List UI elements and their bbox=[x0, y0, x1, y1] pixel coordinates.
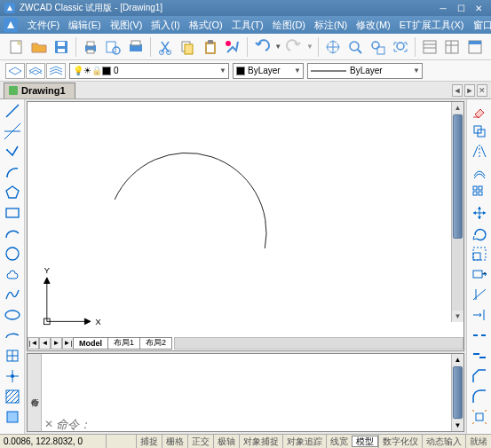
sheet-tab-model[interactable]: Model bbox=[73, 337, 108, 350]
revcloud-button[interactable] bbox=[2, 264, 23, 284]
region-button[interactable] bbox=[2, 407, 23, 427]
layer-name: 0 bbox=[114, 66, 119, 75]
ellipse-button[interactable] bbox=[2, 305, 23, 325]
preview-button[interactable] bbox=[102, 35, 123, 59]
canvas-vscrollbar[interactable]: ▲ ▼ bbox=[451, 102, 463, 322]
menu-et[interactable]: ET扩展工具(X) bbox=[395, 19, 469, 32]
tab-close-button[interactable]: ✕ bbox=[477, 84, 487, 97]
redo-dropdown[interactable]: ▼ bbox=[305, 35, 313, 59]
sheet-tab-nav[interactable]: |◄◄►►| bbox=[28, 337, 74, 350]
polyline-button[interactable] bbox=[2, 142, 23, 161]
status-toggle-7[interactable]: 模型 bbox=[352, 436, 378, 447]
drawing-canvas[interactable]: X Y ▲ ▼ bbox=[28, 102, 463, 336]
block-button[interactable] bbox=[2, 346, 23, 365]
xline-button[interactable] bbox=[2, 122, 23, 141]
plot-button[interactable] bbox=[125, 35, 147, 59]
stretch-button[interactable] bbox=[469, 264, 490, 284]
trim-button[interactable] bbox=[469, 285, 490, 304]
arc3p-button[interactable] bbox=[2, 224, 23, 243]
ellipsearc-button[interactable] bbox=[2, 326, 23, 345]
menu-window[interactable]: 窗口(W) bbox=[469, 19, 491, 32]
menu-file[interactable]: 文件(F) bbox=[23, 19, 64, 32]
point-button[interactable] bbox=[2, 366, 23, 386]
rotate-button[interactable] bbox=[469, 224, 490, 243]
menu-view[interactable]: 视图(V) bbox=[106, 19, 147, 32]
status-toggle-6[interactable]: 线宽 bbox=[326, 435, 352, 448]
redo-button[interactable] bbox=[283, 35, 305, 59]
new-button[interactable] bbox=[5, 35, 27, 59]
status-toggle-10[interactable]: 就绪 bbox=[465, 435, 491, 448]
print-button[interactable] bbox=[80, 35, 101, 59]
copy-button[interactable] bbox=[177, 35, 198, 59]
status-toggle-5[interactable]: 对象追踪 bbox=[282, 435, 326, 448]
paste-button[interactable] bbox=[200, 35, 221, 59]
doc-tab-drawing1[interactable]: Drawing1 bbox=[4, 83, 75, 98]
status-toggle-1[interactable]: 栅格 bbox=[162, 435, 187, 448]
zoom-window-button[interactable] bbox=[367, 35, 388, 59]
match-button[interactable] bbox=[222, 35, 243, 59]
move-button[interactable] bbox=[469, 203, 490, 223]
status-toggle-2[interactable]: 正交 bbox=[187, 435, 213, 448]
tab-prev-button[interactable]: ◄ bbox=[452, 84, 463, 97]
status-toggle-4[interactable]: 对象捕捉 bbox=[239, 435, 282, 448]
maximize-button[interactable]: ☐ bbox=[452, 2, 470, 14]
command-window[interactable]: 命令行 ▲▼ ✕ bbox=[27, 353, 464, 432]
break-button[interactable] bbox=[469, 326, 490, 345]
minimize-button[interactable]: ─ bbox=[434, 2, 452, 14]
join-button[interactable] bbox=[469, 346, 490, 365]
sheet-tab-layout2[interactable]: 布局2 bbox=[139, 337, 172, 350]
cut-button[interactable] bbox=[154, 35, 176, 59]
polygon-button[interactable] bbox=[2, 183, 23, 202]
spline-button[interactable] bbox=[2, 285, 23, 304]
menu-draw[interactable]: 绘图(D) bbox=[268, 19, 310, 32]
save-button[interactable] bbox=[51, 35, 72, 59]
properties-button[interactable] bbox=[419, 35, 440, 59]
hatch-button[interactable] bbox=[2, 387, 23, 406]
zoom-button[interactable] bbox=[344, 35, 366, 59]
erase-button[interactable] bbox=[469, 101, 490, 121]
arc-button[interactable] bbox=[2, 162, 23, 182]
offset-button[interactable] bbox=[469, 162, 490, 182]
menu-dim[interactable]: 标注(N) bbox=[310, 19, 352, 32]
layer-prev-button[interactable] bbox=[26, 63, 45, 79]
layer-manager-button[interactable] bbox=[5, 63, 25, 79]
rectangle-button[interactable] bbox=[2, 203, 23, 223]
layer-combo[interactable]: 💡 ☀ 🔒 0 ▼ bbox=[69, 63, 229, 79]
menu-edit[interactable]: 编辑(E) bbox=[64, 19, 106, 32]
line-button[interactable] bbox=[2, 101, 23, 121]
extend-button[interactable] bbox=[469, 305, 490, 325]
explode-button[interactable] bbox=[469, 407, 490, 427]
pan-button[interactable] bbox=[322, 35, 344, 59]
layer-state-button[interactable] bbox=[46, 63, 66, 79]
open-button[interactable] bbox=[28, 35, 49, 59]
scale-button[interactable] bbox=[469, 244, 490, 263]
menu-modify[interactable]: 修改(M) bbox=[352, 19, 395, 32]
status-toggle-8[interactable]: 数字化仪 bbox=[378, 435, 422, 448]
undo-dropdown[interactable]: ▼ bbox=[274, 35, 282, 59]
copy2-button[interactable] bbox=[469, 122, 490, 141]
status-toggle-0[interactable]: 捕捉 bbox=[136, 435, 162, 448]
palette-button[interactable] bbox=[464, 35, 486, 59]
menu-format[interactable]: 格式(O) bbox=[185, 19, 227, 32]
menu-insert[interactable]: 插入(I) bbox=[147, 19, 184, 32]
menu-tools[interactable]: 工具(T) bbox=[227, 19, 268, 32]
zoom-all-button[interactable] bbox=[390, 35, 411, 59]
status-toggle-3[interactable]: 极轴 bbox=[213, 435, 239, 448]
mirror-button[interactable] bbox=[469, 142, 490, 161]
linetype-combo[interactable]: ByLayer ▼ bbox=[307, 63, 423, 79]
undo-button[interactable] bbox=[251, 35, 273, 59]
color-combo[interactable]: ByLayer ▼ bbox=[233, 63, 304, 79]
status-toggle-9[interactable]: 动态输入 bbox=[422, 435, 465, 448]
array-button[interactable] bbox=[469, 183, 490, 202]
app-menu-icon[interactable] bbox=[4, 18, 18, 32]
command-input[interactable] bbox=[56, 418, 451, 431]
close-button[interactable]: ✕ bbox=[470, 2, 487, 14]
chamfer-button[interactable] bbox=[469, 366, 490, 386]
sheet-tab-layout1[interactable]: 布局1 bbox=[107, 337, 140, 350]
circle-button[interactable] bbox=[2, 244, 23, 263]
layers-button[interactable] bbox=[441, 35, 463, 59]
command-vscrollbar[interactable]: ▲▼ bbox=[451, 354, 463, 431]
tab-next-button[interactable]: ► bbox=[464, 84, 475, 97]
fillet-button[interactable] bbox=[469, 387, 490, 406]
canvas-hscrollbar[interactable] bbox=[174, 337, 463, 350]
